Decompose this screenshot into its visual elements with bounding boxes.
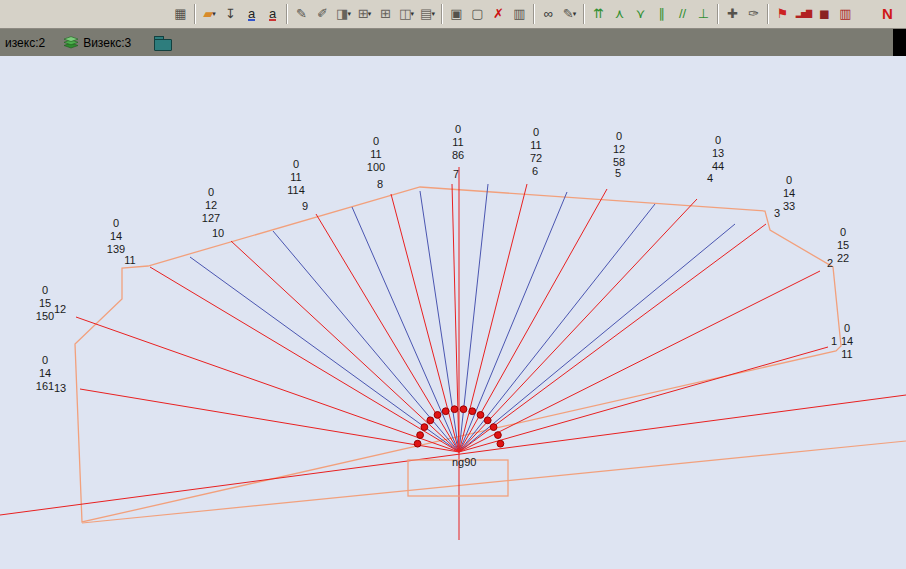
toolbar-separator (583, 4, 585, 24)
new-folder-icon[interactable] (154, 36, 172, 50)
drill-ray-blue (190, 257, 459, 452)
dropdown-caret-icon: ▾ (410, 4, 414, 24)
font-color-icon-glyph: a (269, 8, 276, 21)
ray-index-label: 8 (377, 178, 383, 190)
solids-icon-glyph: ◼ (819, 4, 830, 24)
tab-label: изекс:2 (5, 36, 45, 50)
toolbar-separator (194, 4, 196, 24)
dropdown-caret-icon: ▾ (431, 4, 435, 24)
pencil-icon[interactable]: ✎ (291, 3, 312, 25)
ray-value-label: 0 (208, 186, 214, 198)
fan-down-icon[interactable]: ⋎ (630, 3, 651, 25)
open-folder-icon[interactable]: ▰▾ (199, 3, 220, 25)
ray-value-label: 127 (202, 212, 220, 224)
tab-vizex-2[interactable]: изекс:2 (0, 29, 54, 56)
select-icon-glyph: ▣ (450, 4, 462, 24)
import-icon[interactable]: ↧ (220, 3, 241, 25)
drill-ray-red (459, 347, 828, 452)
ray-value-label: 11 (530, 139, 541, 151)
main-toolbar: ▦▰▾↧aa✎✐◨▾⊞▾⊞◫▾▤▾▣▢✗▥∞✎▾⇈⋏⋎∥//⊥✚✑⚑▂▅▇◼▥N (0, 0, 906, 29)
ray-index-label: 6 (532, 165, 538, 177)
draw-pencil-icon[interactable]: ✎▾ (559, 3, 580, 25)
construction-line (82, 441, 906, 523)
blast-hole-dot (460, 406, 467, 413)
font-color-icon[interactable]: a (262, 3, 283, 25)
copy-icon[interactable]: ▥ (509, 3, 530, 25)
perpendicular-icon-glyph: ⊥ (698, 4, 709, 24)
tab-vizex-3[interactable]: Визекс:3 (54, 29, 140, 56)
ray-value-label: 0 (715, 134, 721, 146)
ray-index-label: 7 (453, 168, 459, 180)
blast-hole-dot (427, 417, 434, 424)
toolbar-separator (286, 4, 288, 24)
digitize-icon[interactable]: ✐ (312, 3, 333, 25)
ring-design-canvas[interactable]: 0141110152220143330134440125850117260118… (0, 56, 906, 569)
measure-icon[interactable]: ✚ (722, 3, 743, 25)
toolbar-separator (441, 4, 443, 24)
chart-icon[interactable]: ▂▅▇ (793, 3, 814, 25)
table-open-icon[interactable]: ⊞ (375, 3, 396, 25)
ray-value-label: 0 (840, 226, 846, 238)
ray-value-label: 0 (293, 158, 299, 170)
list-icon[interactable]: ▤▾ (417, 3, 438, 25)
ray-value-label: 0 (455, 123, 461, 135)
table-open-icon-glyph: ⊞ (380, 4, 391, 24)
table-icon[interactable]: ⊞▾ (354, 3, 375, 25)
folder-body-shape (154, 39, 172, 51)
solids-icon[interactable]: ◼ (814, 3, 835, 25)
ray-index-label: 13 (54, 382, 66, 394)
parallel-lines-icon[interactable]: ∥ (651, 3, 672, 25)
docked-panel-edge (893, 29, 906, 56)
font-style-icon[interactable]: a (241, 3, 262, 25)
view-glasses-icon[interactable]: ∞ (538, 3, 559, 25)
ray-index-label: 1 (831, 335, 837, 347)
ray-index-label: 2 (827, 257, 833, 269)
blast-hole-dot (484, 417, 491, 424)
ray-value-label: 0 (533, 126, 539, 138)
copy-icon-glyph: ▥ (513, 4, 525, 24)
ray-value-label: 161 (36, 380, 54, 392)
fan-up-icon[interactable]: ⋏ (609, 3, 630, 25)
flag-icon[interactable]: ⚑ (772, 3, 793, 25)
blast-hole-dot (469, 408, 476, 415)
ray-index-label: 10 (212, 227, 224, 239)
grid-icon[interactable]: ▦ (170, 3, 191, 25)
north-icon[interactable]: N (877, 3, 898, 25)
perpendicular-icon[interactable]: ⊥ (693, 3, 714, 25)
layers-icon (0, 36, 1, 49)
measure-icon-glyph: ✚ (727, 4, 738, 24)
toolbar-separator (533, 4, 535, 24)
ray-value-label: 0 (786, 174, 792, 186)
ray-value-label: 15 (837, 239, 849, 251)
annotate-icon[interactable]: ✑ (743, 3, 764, 25)
toolbar-spacer (898, 14, 906, 15)
dropdown-caret-icon: ▾ (212, 4, 216, 24)
digitize-icon-glyph: ✐ (317, 4, 328, 24)
select-icon[interactable]: ▣ (446, 3, 467, 25)
drill-ray-red (459, 199, 697, 452)
ray-value-label: 12 (613, 143, 625, 155)
ray-index-label: 4 (707, 172, 713, 184)
drill-ray-blue (459, 224, 735, 452)
blast-hole-dot (421, 424, 428, 431)
window-icon[interactable]: ◫▾ (396, 3, 417, 25)
report-icon[interactable]: ▥ (835, 3, 856, 25)
delete-icon[interactable]: ✗ (488, 3, 509, 25)
grid-icon-glyph: ▦ (174, 4, 186, 24)
ray-value-label: 14 (841, 335, 853, 347)
ray-index-label: 9 (302, 200, 308, 212)
dropdown-caret-icon: ▾ (573, 4, 577, 24)
grade-up-icon[interactable]: ⇈ (588, 3, 609, 25)
ray-index-label: 3 (774, 207, 780, 219)
ray-value-label: 14 (783, 187, 795, 199)
string-edit-icon[interactable]: ◨▾ (333, 3, 354, 25)
ring-name-label: ng90 (452, 456, 476, 468)
ray-value-label: 0 (42, 354, 48, 366)
ray-value-label: 33 (783, 200, 795, 212)
sheet-icon[interactable]: ▢ (467, 3, 488, 25)
blast-hole-dot (495, 432, 502, 439)
ray-value-label: 11 (452, 136, 463, 148)
slant-lines-icon-glyph: // (679, 4, 686, 24)
fan-down-icon-glyph: ⋎ (636, 4, 646, 24)
slant-lines-icon[interactable]: // (672, 3, 693, 25)
